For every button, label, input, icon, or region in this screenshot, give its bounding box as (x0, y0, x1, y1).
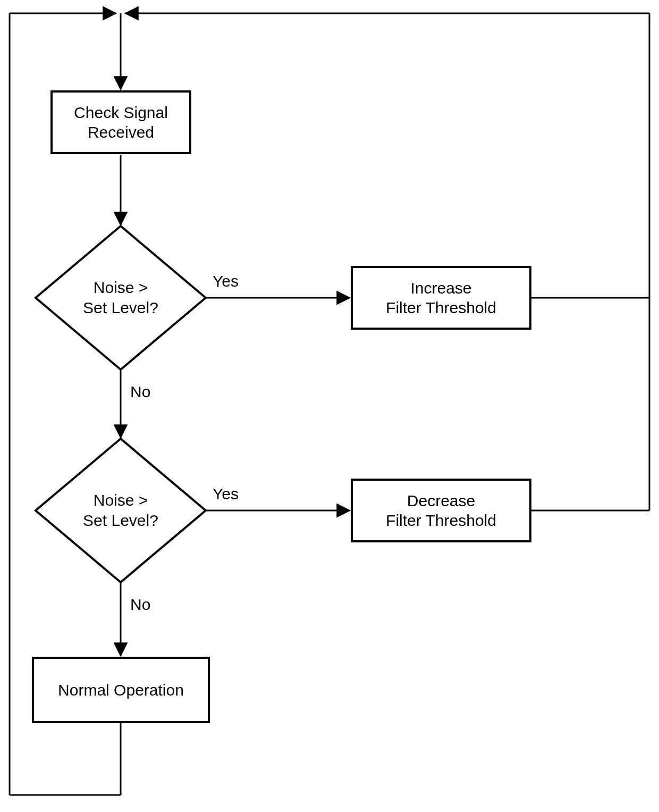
decision-1-label: Noise > Set Level? (83, 279, 158, 316)
edge-d1-yes: Yes (213, 272, 239, 290)
process-check-signal-label: Check Signal Received (74, 103, 168, 143)
decision-2-label: Noise > Set Level? (83, 491, 158, 529)
process-decrease-threshold: Decrease Filter Threshold (351, 479, 531, 542)
process-decrease-threshold-label: Decrease Filter Threshold (386, 491, 496, 531)
edge-d2-no: No (130, 596, 150, 614)
decision-1: Noise > Set Level? (62, 278, 179, 317)
process-normal-operation-label: Normal Operation (58, 680, 184, 700)
process-normal-operation: Normal Operation (32, 657, 210, 723)
process-increase-threshold-label: Increase Filter Threshold (386, 278, 496, 318)
process-check-signal: Check Signal Received (50, 90, 191, 154)
decision-2: Noise > Set Level? (62, 490, 179, 530)
edge-d2-yes: Yes (213, 485, 239, 503)
process-increase-threshold: Increase Filter Threshold (351, 266, 531, 330)
edge-d1-no: No (130, 383, 150, 401)
